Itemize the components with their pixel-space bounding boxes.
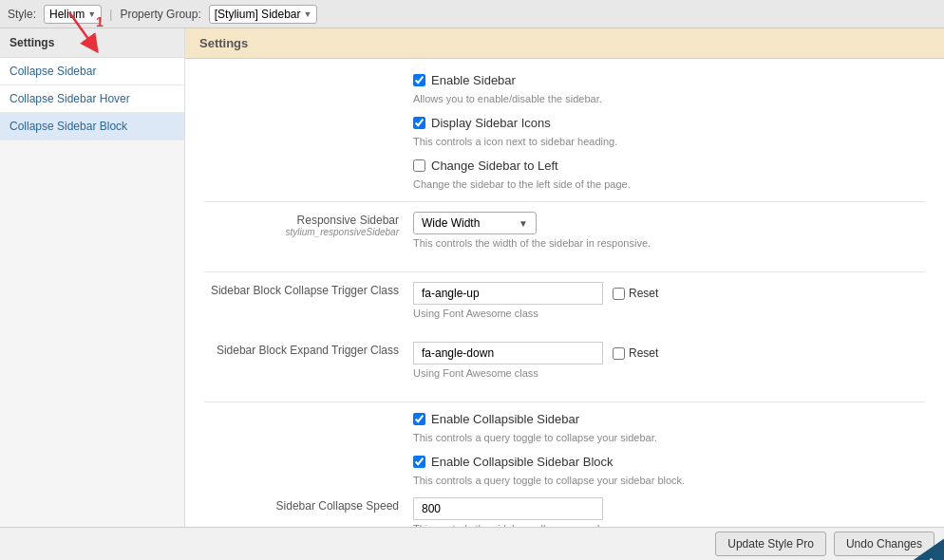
style-label: Style: [8,8,36,21]
top-bar: Style: Helium ▼ | Property Group: [Styli… [0,0,944,28]
style-value: Helium [49,8,85,21]
collapse-trigger-row: Sidebar Block Collapse Trigger Class Res… [204,282,925,330]
sidebar-item-collapse-hover[interactable]: Collapse Sidebar Hover [0,85,184,113]
responsive-sidebar-content: Wide Width ▼ This controls the width of … [413,212,925,249]
sidebar-nav-title: Settings [0,28,184,58]
display-icons-label: Display Sidebar Icons [431,116,551,130]
enable-sidebar-checkbox[interactable] [413,74,425,86]
update-style-button[interactable]: Update Style Pro [715,532,826,556]
property-group-select[interactable]: [Stylium] Sidebar ▼ [209,5,318,24]
collapse-speed-content: This controls the sidebar collapse speed… [413,497,925,527]
responsive-sidebar-sublabel: stylium_responsiveSidebar [204,227,399,237]
change-left-checkbox[interactable] [413,159,425,172]
display-icons-checkbox[interactable] [413,117,425,129]
undo-changes-button[interactable]: Undo Changes [834,532,935,556]
content-area: Settings Enable Sidebar Allows you to en… [185,28,944,527]
collapse-trigger-reset[interactable]: Reset [613,287,658,300]
display-icons-desc: This controls a icon next to sidebar hea… [413,136,925,147]
collapse-speed-row: Sidebar Collapse Speed This controls the… [204,497,925,527]
enable-sidebar-row: Enable Sidebar Allows you to enable/disa… [204,73,925,104]
display-icons-row: Display Sidebar Icons This controls a ic… [204,116,925,147]
collapsible-sidebar-desc: This controls a query toggle to collapse… [413,432,925,443]
responsive-sidebar-row: Responsive Sidebar stylium_responsiveSid… [204,212,925,260]
sidebar-nav: Settings Collapse Sidebar Collapse Sideb… [0,28,185,527]
expand-trigger-desc: Using Font Awesome class [413,367,925,379]
style-select-arrow: ▼ [87,9,96,19]
change-left-label: Change Sidebar to Left [431,159,558,173]
property-group-value: [Stylium] Sidebar [215,8,301,21]
property-group-label: Property Group: [120,8,200,21]
collapse-trigger-label-col: Sidebar Block Collapse Trigger Class [204,282,413,297]
collapse-speed-label-col: Sidebar Collapse Speed [204,497,413,513]
sidebar-item-collapse-sidebar[interactable]: Collapse Sidebar [0,58,184,85]
collapse-speed-input[interactable] [413,497,603,520]
expand-trigger-reset[interactable]: Reset [613,346,658,360]
display-icons-checkbox-row: Display Sidebar Icons [413,116,925,130]
collapsible-sidebar-checkbox-row: Enable Collapsible Sidebar [413,412,925,426]
main-layout: Settings Collapse Sidebar Collapse Sideb… [0,28,944,527]
collapsible-sidebar-row: Enable Collapsible Sidebar This controls… [204,412,925,443]
responsive-sidebar-desc: This controls the width of the sidebar i… [413,237,925,249]
collapse-trigger-label: Sidebar Block Collapse Trigger Class [204,284,399,297]
responsive-sidebar-arrow: ▼ [519,218,528,229]
collapsible-block-desc: This controls a query toggle to collapse… [413,475,925,486]
separator-3 [204,401,925,402]
collapse-trigger-input[interactable] [413,282,603,305]
responsive-sidebar-label-col: Responsive Sidebar stylium_responsiveSid… [204,212,413,237]
change-left-checkbox-row: Change Sidebar to Left [413,159,925,173]
collapsible-sidebar-checkbox[interactable] [413,413,425,425]
expand-trigger-reset-checkbox[interactable] [613,347,625,360]
enable-sidebar-checkbox-row: Enable Sidebar [413,73,925,87]
expand-trigger-input[interactable] [413,342,603,364]
expand-trigger-input-row: Reset [413,342,925,364]
content-header: Settings [185,28,944,59]
expand-trigger-label-col: Sidebar Block Expand Trigger Class [204,342,413,357]
expand-trigger-label: Sidebar Block Expand Trigger Class [204,344,399,357]
collapsible-block-label: Enable Collapsible Sidebar Block [431,455,614,469]
collapsible-block-checkbox[interactable] [413,456,425,468]
collapsible-block-row: Enable Collapsible Sidebar Block This co… [204,455,925,486]
collapse-trigger-reset-checkbox[interactable] [613,288,625,300]
collapsible-block-checkbox-row: Enable Collapsible Sidebar Block [413,455,925,469]
bottom-bar: Update Style Pro Undo Changes LoveNulled… [0,527,944,560]
sidebar-item-collapse-block[interactable]: Collapse Sidebar Block [0,113,184,140]
collapse-speed-label: Sidebar Collapse Speed [204,499,399,513]
responsive-sidebar-value: Wide Width [422,216,480,230]
collapse-trigger-input-row: Reset [413,282,925,305]
separator-1 [204,201,925,202]
change-left-desc: Change the sidebar to the left side of t… [413,178,925,190]
content-body: Enable Sidebar Allows you to enable/disa… [185,59,944,527]
expand-trigger-row: Sidebar Block Expand Trigger Class Reset… [204,342,925,390]
collapse-trigger-content: Reset Using Font Awesome class [413,282,925,319]
style-select[interactable]: Helium ▼ [44,5,102,24]
separator: | [109,8,112,21]
expand-trigger-content: Reset Using Font Awesome class [413,342,925,379]
enable-sidebar-label: Enable Sidebar [431,73,516,87]
collapsible-sidebar-label: Enable Collapsible Sidebar [431,412,579,426]
collapse-trigger-desc: Using Font Awesome class [413,308,925,319]
responsive-sidebar-select[interactable]: Wide Width ▼ [413,212,537,234]
property-group-arrow: ▼ [303,9,312,19]
responsive-sidebar-label: Responsive Sidebar [204,214,399,227]
separator-2 [204,271,925,272]
enable-sidebar-desc: Allows you to enable/disable the sidebar… [413,93,925,104]
change-sidebar-left-row: Change Sidebar to Left Change the sideba… [204,159,925,190]
